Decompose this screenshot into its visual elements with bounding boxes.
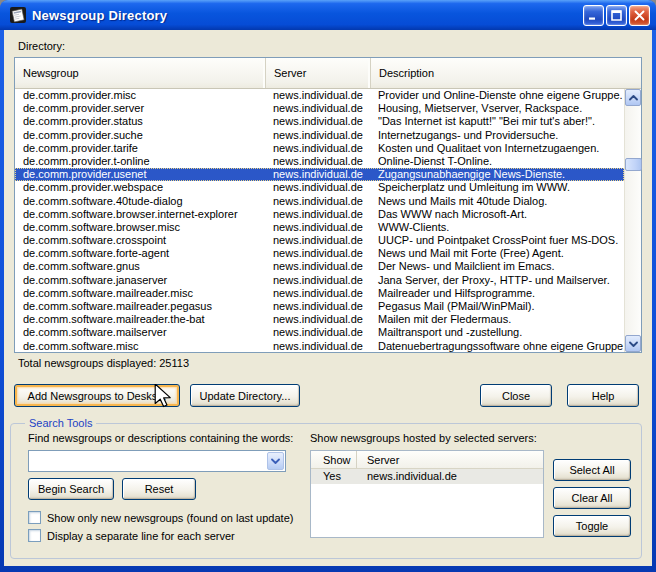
table-row[interactable]: de.comm.software.mailreader.pegasus news… (15, 300, 624, 313)
cell-server: news.individual.de (266, 129, 371, 142)
begin-search-button[interactable]: Begin Search (28, 478, 114, 500)
window-title: Newsgroup Directory (32, 8, 583, 23)
cell-newsgroup: de.comm.provider.t-online (15, 155, 266, 168)
dialog-client-area: Directory: Newsgroup Server Description … (4, 30, 652, 566)
table-row[interactable]: de.comm.provider.webspace news.individua… (15, 181, 624, 194)
cell-description: UUCP- und Pointpaket CrossPoint fuer MS-… (371, 234, 624, 247)
cell-newsgroup: de.comm.software.mailreader.the-bat (15, 313, 266, 326)
cell-newsgroup: de.comm.provider.status (15, 115, 266, 128)
search-tools-title: Search Tools (25, 417, 96, 429)
cell-newsgroup: de.comm.provider.tarife (15, 142, 266, 155)
cell-description: Das WWW nach Microsoft-Art. (371, 208, 624, 221)
cell-server: news.individual.de (266, 168, 371, 181)
toggle-button[interactable]: Toggle (553, 515, 631, 537)
cell-newsgroup: de.comm.software.gnus (15, 260, 266, 273)
cell-server: news.individual.de (266, 208, 371, 221)
cell-description: Mailreader und Hilfsprogramme. (371, 287, 624, 300)
cell-newsgroup: de.comm.software.misc (15, 340, 266, 352)
maximize-button[interactable] (606, 5, 627, 26)
cell-description: News und Mail mit Forte (Free) Agent. (371, 247, 624, 260)
cell-description: Speicherplatz und Umleitung im WWW. (371, 181, 624, 194)
scrollbar-track[interactable] (625, 106, 641, 335)
table-row[interactable]: de.comm.provider.server news.individual.… (15, 102, 624, 115)
cell-description: News und Mails mit 40tude Dialog. (371, 195, 624, 208)
server-column-show[interactable]: Show (311, 451, 357, 468)
show-only-new-checkbox[interactable] (28, 511, 41, 524)
table-row[interactable]: de.comm.software.40tude-dialog news.indi… (15, 195, 624, 208)
cell-description: Mailen mit der Fledermaus. (371, 313, 624, 326)
directory-label: Directory: (18, 40, 65, 52)
minimize-button[interactable] (583, 5, 604, 26)
select-all-button[interactable]: Select All (553, 459, 631, 481)
scrollbar-thumb[interactable] (625, 158, 642, 171)
table-row[interactable]: de.comm.software.crosspoint news.individ… (15, 234, 624, 247)
cell-description: Der News- und Mailclient im Emacs. (371, 260, 624, 273)
table-row[interactable]: de.comm.software.forte-agent news.indivi… (15, 247, 624, 260)
table-row[interactable]: de.comm.software.janaserver news.individ… (15, 274, 624, 287)
cell-server: news.individual.de (266, 102, 371, 115)
table-row[interactable]: de.comm.provider.tarife news.individual.… (15, 142, 624, 155)
vertical-scrollbar[interactable] (624, 89, 641, 352)
cell-description: Housing, Mietserver, Vserver, Rackspace. (371, 102, 624, 115)
separate-line-checkbox[interactable] (28, 529, 41, 542)
table-row[interactable]: de.comm.software.mailreader.misc news.in… (15, 287, 624, 300)
maximize-icon (611, 10, 622, 21)
table-row[interactable]: de.comm.software.gnus news.individual.de… (15, 260, 624, 273)
scroll-up-button[interactable] (625, 89, 641, 106)
table-row[interactable]: de.comm.software.browser.misc news.indiv… (15, 221, 624, 234)
add-newsgroups-button[interactable]: Add Newsgroups to Desks... (14, 384, 180, 407)
cell-description: Jana Server, der Proxy-, HTTP- und Mails… (371, 274, 624, 287)
cell-newsgroup: de.comm.software.mailreader.pegasus (15, 300, 266, 313)
cell-server: news.individual.de (266, 287, 371, 300)
table-row[interactable]: de.comm.software.misc news.individual.de… (15, 340, 624, 352)
clear-all-button[interactable]: Clear All (553, 487, 631, 509)
table-row[interactable]: de.comm.software.browser.internet-explor… (15, 208, 624, 221)
server-cell-name: news.individual.de (357, 469, 543, 484)
cell-server: news.individual.de (266, 247, 371, 260)
table-row[interactable]: de.comm.software.mailreader.the-bat news… (15, 313, 624, 326)
server-column-server[interactable]: Server (357, 451, 543, 468)
total-newsgroups-label: Total newsgroups displayed: 25113 (18, 357, 189, 369)
cell-newsgroup: de.comm.provider.webspace (15, 181, 266, 194)
cell-server: news.individual.de (266, 326, 371, 339)
cell-description: Kosten und Qualitaet von Internetzugaeng… (371, 142, 624, 155)
server-row[interactable]: Yes news.individual.de (311, 469, 543, 484)
column-header-description[interactable]: Description (371, 58, 641, 88)
column-header-newsgroup[interactable]: Newsgroup (15, 58, 266, 88)
reset-button[interactable]: Reset (122, 478, 196, 500)
table-row[interactable]: de.comm.provider.t-online news.individua… (15, 155, 624, 168)
app-icon (9, 6, 27, 24)
search-words-combobox[interactable] (28, 450, 286, 472)
cell-newsgroup: de.comm.provider.usenet (15, 168, 266, 181)
update-directory-button[interactable]: Update Directory... (190, 384, 300, 407)
table-row[interactable]: de.comm.provider.misc news.individual.de… (15, 89, 624, 102)
cell-newsgroup: de.comm.software.mailserver (15, 326, 266, 339)
search-words-value[interactable] (29, 451, 266, 471)
combobox-dropdown-button[interactable] (267, 452, 284, 470)
cell-description: Provider und Online-Dienste ohne eigene … (371, 89, 624, 102)
cell-description: Mailtransport und -zustellung. (371, 326, 624, 339)
close-dialog-button[interactable]: Close (480, 384, 552, 407)
cell-newsgroup: de.comm.provider.suche (15, 129, 266, 142)
chevron-down-icon (629, 341, 638, 347)
close-button[interactable] (629, 5, 650, 26)
newsgroup-list: de.comm.provider.misc news.individual.de… (15, 89, 624, 352)
cell-description: Zugangsunabhaengige News-Dienste. (371, 168, 624, 181)
cell-server: news.individual.de (266, 260, 371, 273)
column-header-server[interactable]: Server (266, 58, 371, 88)
cell-server: news.individual.de (266, 181, 371, 194)
titlebar[interactable]: Newsgroup Directory (0, 0, 656, 30)
cell-server: news.individual.de (266, 221, 371, 234)
table-row[interactable]: de.comm.provider.suche news.individual.d… (15, 129, 624, 142)
chevron-down-icon (271, 458, 280, 464)
table-row[interactable]: de.comm.provider.usenet news.individual.… (15, 168, 624, 181)
cell-description: "Das Internet ist kaputt!" "Bei mir tut'… (371, 115, 624, 128)
table-row[interactable]: de.comm.provider.status news.individual.… (15, 115, 624, 128)
help-button[interactable]: Help (567, 384, 639, 407)
scroll-down-button[interactable] (625, 335, 641, 352)
cell-server: news.individual.de (266, 313, 371, 326)
cell-newsgroup: de.comm.software.browser.internet-explor… (15, 208, 266, 221)
cell-description: Internetzugangs- und Providersuche. (371, 129, 624, 142)
cell-server: news.individual.de (266, 115, 371, 128)
table-row[interactable]: de.comm.software.mailserver news.individ… (15, 326, 624, 339)
